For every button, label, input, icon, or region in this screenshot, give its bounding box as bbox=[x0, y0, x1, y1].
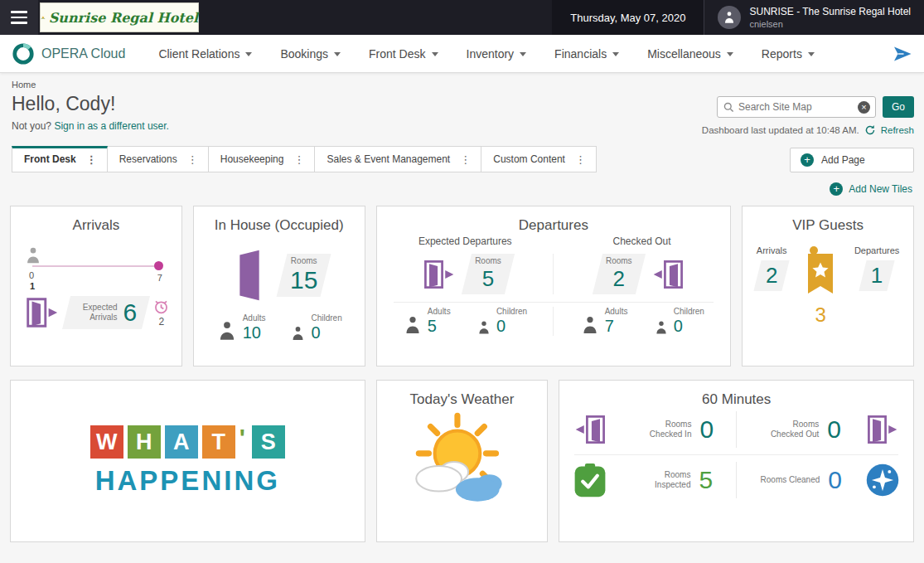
current-date: Thursday, May 07, 2020 bbox=[552, 0, 704, 35]
arrivals-slider: 0 1 7 bbox=[27, 240, 165, 292]
chevron-down-icon bbox=[432, 52, 438, 56]
breadcrumb[interactable]: Home bbox=[0, 73, 924, 91]
tab-label: Sales & Event Management bbox=[327, 153, 450, 165]
adults-label: Adults bbox=[605, 307, 628, 317]
add-page-button[interactable]: + Add Page bbox=[790, 148, 914, 172]
child-person-icon bbox=[290, 324, 306, 342]
tile-weather: Today's Weather bbox=[376, 380, 549, 542]
sun-clouds-icon bbox=[399, 411, 525, 512]
greeting-section: Hello, Cody! Not you? Sign in as a diffe… bbox=[0, 91, 924, 136]
clear-search-icon[interactable]: × bbox=[858, 101, 870, 114]
not-you-text: Not you? bbox=[12, 120, 51, 132]
dashboard-tabs-row: Front Desk⋮ Reservations⋮ Housekeeping⋮ … bbox=[0, 146, 924, 172]
vip-departures-value: 1 bbox=[871, 263, 883, 289]
quick-launch-icon[interactable] bbox=[893, 44, 912, 64]
add-new-tiles-link[interactable]: + Add New Tiles bbox=[0, 182, 924, 196]
rooms-inspected-label: Rooms Inspected bbox=[631, 470, 690, 490]
nav-item-reports[interactable]: Reports bbox=[762, 47, 815, 61]
kebab-menu-icon[interactable]: ⋮ bbox=[187, 154, 198, 165]
nav-item-bookings[interactable]: Bookings bbox=[280, 47, 341, 61]
refresh-icon[interactable] bbox=[864, 124, 876, 136]
vip-arrivals-value: 2 bbox=[766, 263, 777, 289]
hamburger-menu-icon[interactable] bbox=[0, 0, 38, 35]
tile-whats-happening: W H A T ' S HAPPENING bbox=[10, 380, 365, 542]
checked-out-header: Checked Out bbox=[554, 235, 730, 247]
kebab-menu-icon[interactable]: ⋮ bbox=[460, 154, 471, 165]
cleaned-sparkle-icon bbox=[865, 463, 900, 497]
vip-departures-label: Departures bbox=[854, 245, 899, 255]
rooms-label: Rooms bbox=[606, 256, 632, 266]
letter-block: H bbox=[128, 425, 161, 459]
nav-item-label: Inventory bbox=[467, 47, 515, 61]
opera-ring-icon bbox=[12, 42, 35, 66]
nav-item-front-desk[interactable]: Front Desk bbox=[369, 47, 438, 61]
opera-cloud-logo[interactable]: OPERA Cloud bbox=[12, 42, 125, 66]
tile-departures: Departures Expected Departures Checked O… bbox=[376, 206, 732, 366]
nav-item-miscellaneous[interactable]: Miscellaneous bbox=[647, 47, 733, 61]
chevron-down-icon bbox=[727, 52, 733, 56]
tile-title: 60 Minutes bbox=[559, 381, 913, 408]
adult-person-icon bbox=[403, 314, 423, 336]
tile-title: Departures bbox=[377, 206, 731, 234]
rooms-cleaned-value: 0 bbox=[828, 466, 842, 494]
search-input[interactable] bbox=[738, 101, 854, 113]
rooms-label: Rooms bbox=[475, 256, 501, 266]
hotel-name: Sunrise Regal Hotel bbox=[49, 10, 198, 26]
add-new-tiles-label: Add New Tiles bbox=[849, 183, 912, 195]
slider-min-label: 0 bbox=[29, 270, 34, 280]
letter-block: T bbox=[202, 425, 235, 459]
children-label: Children bbox=[496, 307, 527, 317]
slider-value-label: 1 bbox=[30, 281, 35, 291]
tab-front-desk[interactable]: Front Desk⋮ bbox=[12, 146, 108, 172]
occupied-room-icon bbox=[232, 248, 267, 303]
site-map-search: × bbox=[717, 96, 876, 118]
user-avatar-icon bbox=[718, 6, 741, 29]
nav-item-label: Miscellaneous bbox=[647, 47, 721, 61]
happening-text: HAPPENING bbox=[95, 465, 280, 497]
account-menu[interactable]: SUNRISE - The Sunrise Regal Hotel cniels… bbox=[704, 0, 924, 35]
children-value: 0 bbox=[311, 323, 341, 342]
tile-title: In House (Occupied) bbox=[194, 206, 365, 234]
kebab-menu-icon[interactable]: ⋮ bbox=[293, 154, 304, 165]
tab-label: Custom Content bbox=[493, 153, 565, 165]
child-person-icon bbox=[477, 319, 491, 336]
property-name: SUNRISE - The Sunrise Regal Hotel bbox=[749, 6, 911, 19]
tile-vip-guests: VIP Guests Arrivals 2 3 Departures 1 bbox=[742, 206, 914, 366]
nav-item-inventory[interactable]: Inventory bbox=[467, 47, 527, 61]
tab-custom-content[interactable]: Custom Content⋮ bbox=[481, 146, 597, 172]
tab-reservations[interactable]: Reservations⋮ bbox=[108, 146, 209, 172]
door-departure-icon bbox=[420, 256, 457, 293]
nav-item-client-relations[interactable]: Client Relations bbox=[158, 47, 252, 61]
tile-title: Arrivals bbox=[11, 206, 181, 234]
whats-happening-graphic: W H A T ' S HAPPENING bbox=[11, 381, 365, 541]
tab-housekeeping[interactable]: Housekeeping⋮ bbox=[209, 146, 316, 172]
tab-sales-event-management[interactable]: Sales & Event Management⋮ bbox=[315, 146, 481, 172]
nav-item-label: Front Desk bbox=[369, 47, 425, 61]
top-bar: Sunrise Regal Hotel Thursday, May 07, 20… bbox=[0, 0, 924, 35]
tab-label: Reservations bbox=[119, 153, 177, 165]
nav-item-label: Financials bbox=[554, 47, 607, 61]
rooms-checked-in-label: Rooms Checked In bbox=[631, 420, 691, 439]
brand-name: OPERA Cloud bbox=[41, 46, 125, 61]
go-button[interactable]: Go bbox=[883, 96, 914, 118]
kebab-menu-icon[interactable]: ⋮ bbox=[86, 154, 97, 165]
nav-item-financials[interactable]: Financials bbox=[554, 47, 619, 61]
nav-item-label: Bookings bbox=[280, 47, 328, 61]
rooms-inspected-value: 5 bbox=[699, 466, 713, 494]
chevron-down-icon bbox=[808, 52, 815, 56]
kebab-menu-icon[interactable]: ⋮ bbox=[575, 154, 586, 165]
sign-in-link[interactable]: Sign in as a different user. bbox=[54, 120, 169, 132]
door-arrival-icon bbox=[22, 294, 60, 332]
children-label: Children bbox=[311, 313, 341, 323]
letter-block: A bbox=[165, 425, 198, 459]
expected-arrivals-label: Expected Arrivals bbox=[75, 303, 118, 323]
plus-icon: + bbox=[801, 153, 814, 167]
slider-max-handle[interactable] bbox=[154, 261, 163, 270]
nav-item-label: Reports bbox=[762, 47, 802, 61]
expected-adults-value: 5 bbox=[428, 317, 451, 336]
tile-title: Today's Weather bbox=[377, 381, 548, 408]
refresh-link[interactable]: Refresh bbox=[881, 125, 914, 135]
inspected-clipboard-check-icon bbox=[573, 463, 607, 497]
slider-person-handle-icon[interactable] bbox=[24, 245, 42, 266]
tile-title: VIP Guests bbox=[743, 206, 913, 234]
